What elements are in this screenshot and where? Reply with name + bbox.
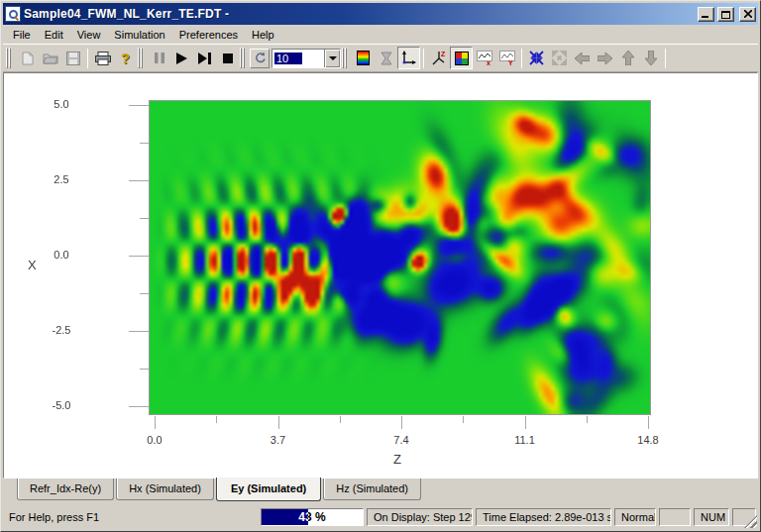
- status-num-lock: NUM: [694, 508, 729, 526]
- toolbar-gripper[interactable]: [138, 48, 146, 68]
- tick-mark: [648, 416, 649, 429]
- tab-bar: Refr_Idx-Re(y) Hx (Simulated) Ey (Simula…: [3, 479, 758, 505]
- open-button[interactable]: [39, 47, 61, 69]
- toolbar-separator: [87, 49, 88, 68]
- app-window: Sample04_FWM_NL_Kerr_TE.FDT - File Edit …: [0, 0, 761, 532]
- print-icon: [95, 52, 111, 65]
- toolbar-separator: [423, 49, 424, 68]
- tab-hz-simulated[interactable]: Hz (Simulated): [323, 479, 421, 500]
- pause-button[interactable]: [148, 47, 170, 69]
- palette-button[interactable]: [352, 47, 375, 69]
- tab-refr-idx[interactable]: Refr_Idx-Re(y): [17, 479, 114, 500]
- tick-label: 3.7: [259, 434, 298, 446]
- tick-label: -5.0: [42, 399, 81, 411]
- svg-text:Z: Z: [441, 51, 446, 57]
- status-bar: For Help, press F1 43 % 43 % On Display:…: [3, 505, 758, 529]
- tick-label: 14.8: [628, 434, 668, 446]
- skip-to-end-button[interactable]: [193, 47, 216, 69]
- minimize-button[interactable]: [698, 7, 714, 22]
- menu-view[interactable]: View: [70, 27, 108, 43]
- image-view-button[interactable]: [450, 47, 473, 69]
- tick-mark: [140, 218, 149, 219]
- close-button[interactable]: [739, 7, 756, 22]
- pan-left-button[interactable]: [571, 47, 594, 69]
- tick-label: 7.4: [381, 434, 421, 446]
- toolbar-separator: [521, 49, 522, 68]
- tick-label: -2.5: [42, 324, 81, 336]
- expand-view-button[interactable]: [548, 47, 571, 69]
- tick-label: 5.0: [42, 98, 81, 110]
- new-button[interactable]: [16, 47, 39, 69]
- tick-mark: [140, 293, 149, 294]
- tick-mark: [587, 416, 588, 423]
- pan-right-button[interactable]: [594, 47, 616, 69]
- maximize-icon: [721, 10, 730, 19]
- arrow-down-icon: [645, 51, 657, 65]
- tick-mark: [129, 256, 149, 257]
- menu-help[interactable]: Help: [245, 27, 281, 43]
- close-icon: [744, 10, 752, 18]
- menu-file[interactable]: File: [6, 27, 38, 43]
- tick-mark: [140, 369, 149, 370]
- open-folder-icon: [43, 52, 58, 64]
- tick-mark: [216, 416, 217, 423]
- status-mode: Normal: [614, 508, 656, 526]
- refresh-interval-button[interactable]: [250, 49, 270, 68]
- svg-text:x: x: [487, 59, 490, 65]
- combobox-dropdown-button[interactable]: [324, 50, 340, 67]
- pan-down-button[interactable]: [639, 47, 662, 69]
- field-plot-frame: [149, 100, 651, 415]
- progress-bar: 43 % 43 %: [261, 508, 364, 526]
- maximize-button[interactable]: [717, 7, 734, 22]
- arrow-left-icon: [575, 53, 590, 64]
- minimize-icon: [702, 10, 710, 18]
- tick-mark: [129, 105, 149, 106]
- iteration-value: 10: [272, 50, 324, 67]
- iteration-combobox[interactable]: 10: [272, 49, 341, 68]
- tick-mark: [463, 416, 464, 423]
- tick-mark: [155, 416, 156, 429]
- menu-edit[interactable]: Edit: [38, 27, 70, 43]
- save-button[interactable]: [61, 47, 84, 69]
- app-icon: [5, 6, 21, 22]
- wait-button[interactable]: [375, 47, 397, 69]
- toolbar-separator: [665, 49, 666, 68]
- plot-vs-x-button[interactable]: x: [473, 47, 495, 69]
- title-bar[interactable]: Sample04_FWM_NL_Kerr_TE.FDT -: [3, 3, 758, 25]
- save-floppy-icon: [66, 52, 80, 65]
- toolbar-gripper[interactable]: [342, 48, 350, 68]
- menu-simulation[interactable]: Simulation: [107, 27, 171, 43]
- menu-preferences[interactable]: Preferences: [172, 27, 245, 43]
- plot-vs-y-button[interactable]: Y: [495, 47, 518, 69]
- stop-button[interactable]: [216, 47, 239, 69]
- collapse-arrows-icon: [529, 51, 544, 65]
- print-button[interactable]: [91, 47, 114, 69]
- chevron-down-icon: [329, 56, 337, 60]
- tick-mark: [340, 416, 341, 423]
- new-document-icon: [22, 52, 34, 65]
- axes-3d-icon: Z: [431, 51, 447, 66]
- y-axis-label: X: [28, 258, 37, 272]
- status-time-elapsed: Time Elapsed: 2.89e-013 s: [476, 508, 611, 526]
- arrow-right-icon: [598, 53, 612, 64]
- field-heatmap-canvas[interactable]: [150, 101, 650, 414]
- hourglass-icon: [380, 52, 392, 65]
- line-plot-x-icon: x: [477, 51, 492, 65]
- expand-arrows-icon: [552, 51, 567, 65]
- help-icon: ?: [121, 51, 130, 66]
- play-button[interactable]: [170, 47, 193, 69]
- tick-label: 0.0: [42, 249, 81, 261]
- help-button[interactable]: ?: [114, 47, 137, 69]
- play-icon: [176, 53, 187, 64]
- status-empty-pane: [659, 508, 691, 526]
- tab-hx-simulated[interactable]: Hx (Simulated): [116, 479, 214, 500]
- toolbar-gripper[interactable]: [240, 48, 248, 68]
- axes-2d-button[interactable]: [397, 47, 420, 69]
- toolbar: ? 10: [3, 44, 758, 72]
- axes-3d-button[interactable]: Z: [427, 47, 450, 69]
- arrow-up-icon: [622, 51, 634, 65]
- toolbar-gripper[interactable]: [6, 48, 14, 68]
- pan-up-button[interactable]: [616, 47, 639, 69]
- tab-ey-simulated[interactable]: Ey (Simulated): [216, 478, 321, 501]
- collapse-view-button[interactable]: [525, 47, 548, 69]
